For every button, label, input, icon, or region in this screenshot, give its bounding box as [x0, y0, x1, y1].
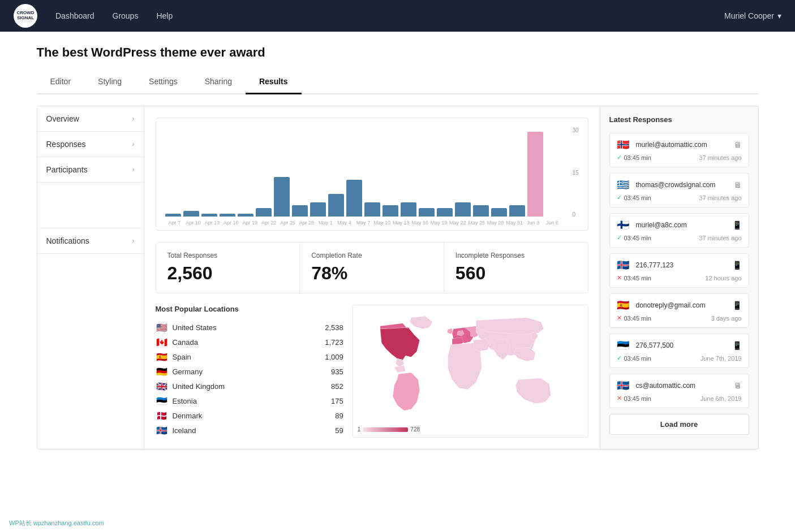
location-name: Iceland	[173, 426, 331, 435]
location-name: Germany	[173, 367, 327, 376]
stat-total: Total Responses 2,560	[156, 243, 300, 293]
response-ago: 12 hours ago	[705, 275, 741, 282]
status-ok-icon: ✓	[617, 354, 622, 362]
tab-styling[interactable]: Styling	[84, 71, 135, 94]
response-flag: 🇳🇴	[617, 139, 631, 150]
response-time: 03:45 min	[624, 235, 651, 241]
chart-x-label: May 31	[505, 220, 523, 226]
chart-bar	[238, 214, 253, 217]
map-india	[493, 339, 510, 360]
stat-completion-value: 78%	[311, 263, 432, 284]
chart-x-label: May 25	[467, 220, 486, 226]
response-email: thomas@crowdsignal.com	[636, 181, 729, 189]
response-ago: June 6th, 2019	[701, 395, 742, 402]
response-item: 🇳🇴 muriel@automattic.com 🖥 ✓ 03:45 min 3…	[609, 133, 749, 167]
map-container: 1 728	[353, 305, 588, 438]
location-count: 175	[331, 397, 343, 405]
response-meta: ✕ 03:45 min 3 days ago	[617, 314, 742, 322]
user-menu[interactable]: Muriel Cooper ▾	[724, 11, 781, 20]
chart-x-label: May 1	[316, 220, 335, 226]
response-flag: 🇫🇮	[617, 219, 631, 231]
tab-sharing[interactable]: Sharing	[191, 71, 246, 94]
sidebar-item-notifications[interactable]: Notifications ›	[37, 228, 144, 254]
sidebar-item-overview[interactable]: Overview ›	[37, 106, 144, 132]
chart-bars	[165, 127, 562, 218]
chart-bar	[437, 208, 453, 217]
y-label-mid: 15	[572, 170, 578, 176]
response-meta: ✓ 03:45 min 37 minutes ago	[617, 154, 742, 161]
response-email: cs@automattic.com	[636, 382, 729, 390]
tab-editor[interactable]: Editor	[37, 71, 85, 94]
chart-x-label: Apr 10	[184, 220, 203, 226]
chart-bar	[473, 205, 489, 217]
sidebar-item-participants[interactable]: Participants ›	[37, 157, 144, 183]
response-item: 🇫🇮 muriel@a8c.com 📱 ✓ 03:45 min 37 minut…	[609, 213, 749, 248]
sidebar-label-participants: Participants	[46, 165, 88, 174]
list-item: 🇩🇰 Denmark 89	[156, 408, 343, 423]
chart-container: 30 15 0 Apr 7Apr 10Apr 13Apr 16Apr 19Apr…	[156, 118, 588, 231]
response-status: ✓ 03:45 min	[617, 194, 651, 201]
latest-panel: Latest Responses 🇳🇴 muriel@automattic.co…	[600, 106, 759, 449]
legend-min: 1	[358, 426, 361, 432]
chevron-right-icon: ›	[132, 115, 135, 123]
response-header: 🇳🇴 muriel@automattic.com 🖥	[617, 139, 742, 150]
chart-x-label: May 19	[429, 220, 448, 226]
response-header: 🇮🇸 216,777,123 📱	[617, 259, 742, 271]
y-axis: 30 15 0	[572, 127, 578, 218]
chart-bar	[346, 180, 362, 217]
location-count: 852	[331, 382, 343, 391]
chart-bar	[364, 202, 380, 217]
map-africa	[448, 343, 482, 390]
chart-bar	[310, 202, 326, 217]
chart-x-label: May 7	[354, 220, 372, 226]
list-item: 🇮🇸 Iceland 59	[156, 423, 343, 438]
location-flag: 🇮🇸	[156, 426, 168, 435]
device-icon: 📱	[732, 301, 742, 310]
device-icon: 🖥	[734, 381, 742, 390]
chart-x-label: Apr 7	[165, 220, 184, 226]
chart-x-label: May 13	[392, 220, 410, 226]
load-more-button[interactable]: Load more	[609, 414, 749, 435]
status-err-icon: ✕	[617, 395, 622, 402]
location-name: Canada	[173, 338, 321, 347]
response-time: 03:45 min	[624, 315, 651, 322]
map-australia	[515, 378, 551, 404]
chart-bar	[509, 205, 525, 217]
tab-settings[interactable]: Settings	[135, 71, 191, 94]
stat-incomplete: Incomplete Responses 560	[444, 243, 588, 293]
user-name: Muriel Cooper	[724, 11, 774, 20]
chart-x-label: Apr 13	[203, 220, 221, 226]
location-name: Denmark	[173, 412, 331, 420]
chart-bar	[328, 194, 344, 217]
stat-incomplete-label: Incomplete Responses	[455, 252, 577, 259]
chart-x-label: Apr 28	[297, 220, 316, 226]
chevron-right-icon: ›	[132, 166, 135, 174]
nav-dashboard[interactable]: Dashboard	[55, 11, 94, 20]
sidebar-item-responses[interactable]: Responses ›	[37, 132, 144, 157]
response-flag: 🇮🇸	[617, 380, 631, 391]
chart-bar	[455, 202, 471, 217]
response-item: 🇮🇸 216,777,123 📱 ✕ 03:45 min 12 hours ag…	[609, 253, 749, 288]
nav-groups[interactable]: Groups	[113, 11, 139, 20]
stat-total-value: 2,560	[167, 263, 289, 284]
nav-help[interactable]: Help	[156, 11, 173, 20]
response-flag: 🇪🇸	[617, 300, 631, 311]
chart-x-label: Apr 16	[222, 220, 240, 226]
chart-x-label: Apr 19	[240, 220, 259, 226]
map-south-am	[393, 373, 419, 410]
response-email: muriel@automattic.com	[636, 141, 729, 149]
chart-bar	[527, 132, 543, 217]
chart-x-label: Jun 6	[543, 220, 561, 226]
response-header: 🇫🇮 muriel@a8c.com 📱	[617, 219, 742, 231]
chart-x-label: May 4	[335, 220, 354, 226]
location-flag: 🇩🇰	[156, 411, 168, 420]
response-header: 🇮🇸 cs@automattic.com 🖥	[617, 380, 742, 391]
response-ago: 37 minutes ago	[699, 235, 741, 241]
tab-results[interactable]: Results	[246, 71, 302, 94]
device-icon: 🖥	[734, 180, 742, 189]
location-flag: 🇩🇪	[156, 367, 168, 376]
logo[interactable]: CROWDSIGNAL	[14, 4, 37, 28]
response-meta: ✓ 03:45 min 37 minutes ago	[617, 234, 742, 241]
response-email: muriel@a8c.com	[636, 221, 728, 229]
chart-x-labels: Apr 7Apr 10Apr 13Apr 16Apr 19Apr 22Apr 2…	[165, 220, 579, 226]
